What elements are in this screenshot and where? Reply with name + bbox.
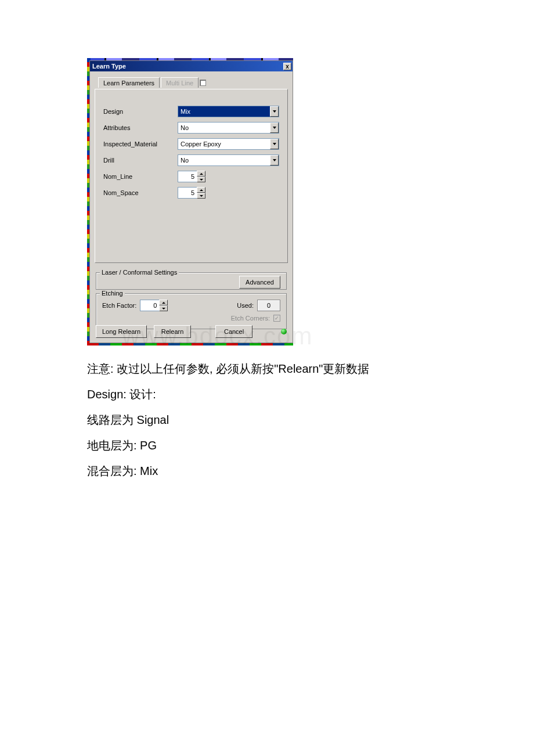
chevron-down-icon[interactable] bbox=[270, 106, 279, 117]
nom-line-value: 5 bbox=[178, 171, 197, 182]
tab-label: Learn Parameters bbox=[103, 80, 154, 87]
tab-label: Multi Line bbox=[166, 80, 193, 87]
tab-row: Learn Parameters Multi Line bbox=[93, 75, 289, 88]
inspected-material-value: Copper Epoxy bbox=[181, 141, 221, 147]
nom-line-spinner[interactable]: 5 bbox=[178, 171, 205, 182]
chevron-down-icon[interactable] bbox=[270, 139, 279, 149]
spin-up-icon[interactable] bbox=[197, 187, 205, 193]
window-frame: Learn Type x Learn Parameters Multi Line… bbox=[89, 60, 293, 343]
laser-legend: Laser / Conformal Settings bbox=[100, 269, 179, 276]
learn-type-dialog: Learn Type x Learn Parameters Multi Line… bbox=[87, 58, 293, 345]
signal-text: 线路层为 Signal bbox=[87, 408, 447, 431]
tab-multi-line[interactable]: Multi Line bbox=[161, 77, 199, 88]
inspected-material-label: Inspected_Material bbox=[103, 141, 173, 147]
drill-label: Drill bbox=[103, 157, 173, 164]
design-select[interactable]: Mix bbox=[178, 106, 279, 117]
nom-line-label: Nom_Line bbox=[103, 173, 173, 180]
cancel-button[interactable]: Cancel bbox=[215, 325, 252, 338]
dialog-button-row: Long Relearn Relearn Cancel bbox=[96, 325, 287, 338]
close-icon[interactable]: x bbox=[283, 63, 291, 70]
nom-space-spinner[interactable]: 5 bbox=[178, 187, 205, 199]
chevron-down-icon[interactable] bbox=[270, 155, 279, 165]
etch-factor-label: Etch Factor: bbox=[102, 302, 136, 309]
etch-factor-value: 0 bbox=[140, 300, 159, 311]
inspected-material-select[interactable]: Copper Epoxy bbox=[178, 138, 279, 150]
used-value: 0 bbox=[257, 300, 280, 311]
etching-group: Etching Etch Factor: 0 Used: 0 bbox=[96, 293, 287, 329]
spin-up-icon[interactable] bbox=[159, 300, 168, 305]
design-text: Design: 设计: bbox=[87, 383, 447, 406]
laser-conformal-group: Laser / Conformal Settings Advanced bbox=[96, 272, 287, 290]
titlebar: Learn Type x bbox=[90, 61, 293, 71]
design-label: Design bbox=[103, 108, 173, 115]
parameters-panel: Design Mix Attributes No bbox=[95, 89, 288, 263]
note-text: 注意: 改过以上任何参数, 必须从新按"Relearn"更新数据 bbox=[87, 357, 447, 380]
status-dot-icon bbox=[281, 329, 287, 334]
document-body: www.bdocx.com 注意: 改过以上任何参数, 必须从新按"Relear… bbox=[87, 357, 447, 483]
multi-line-checkbox[interactable] bbox=[200, 80, 206, 86]
spin-up-icon[interactable] bbox=[197, 171, 205, 177]
etch-corners-label: Etch Corners: bbox=[231, 315, 270, 322]
long-relearn-button[interactable]: Long Relearn bbox=[96, 325, 147, 338]
attributes-select[interactable]: No bbox=[178, 122, 279, 134]
nom-space-label: Nom_Space bbox=[103, 189, 173, 196]
drill-value: No bbox=[181, 157, 189, 164]
advanced-button[interactable]: Advanced bbox=[239, 276, 280, 289]
mix-text: 混合层为: Mix bbox=[87, 459, 447, 483]
attributes-label: Attributes bbox=[103, 124, 173, 131]
used-label: Used: bbox=[237, 302, 254, 309]
spin-down-icon[interactable] bbox=[159, 305, 168, 311]
etching-legend: Etching bbox=[100, 290, 125, 297]
drill-select[interactable]: No bbox=[178, 154, 279, 166]
nom-space-value: 5 bbox=[178, 187, 197, 199]
pg-text: 地电层为: PG bbox=[87, 434, 447, 457]
etch-corners-checkbox[interactable]: ✓ bbox=[273, 315, 280, 322]
etch-factor-spinner[interactable]: 0 bbox=[140, 300, 168, 311]
relearn-button[interactable]: Relearn bbox=[154, 325, 191, 338]
chevron-down-icon[interactable] bbox=[270, 123, 279, 133]
design-value: Mix bbox=[181, 108, 190, 115]
spin-down-icon[interactable] bbox=[197, 177, 205, 182]
window-title: Learn Type bbox=[92, 63, 126, 70]
attributes-value: No bbox=[181, 124, 189, 131]
spin-down-icon[interactable] bbox=[197, 193, 205, 199]
tab-learn-parameters[interactable]: Learn Parameters bbox=[98, 77, 160, 88]
